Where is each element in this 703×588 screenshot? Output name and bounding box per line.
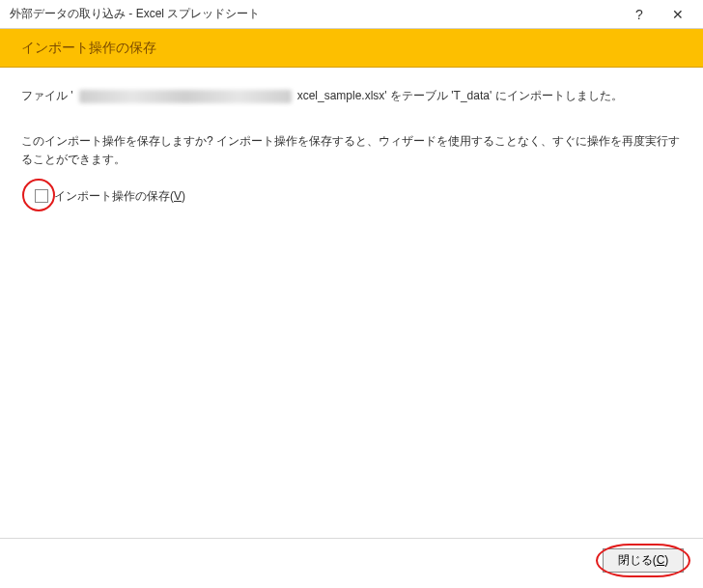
redacted-path (79, 90, 292, 103)
save-import-checkbox-label: インポート操作の保存(V) (54, 187, 185, 206)
window-title: 外部データの取り込み - Excel スプレッドシート (10, 6, 620, 22)
titlebar: 外部データの取り込み - Excel スプレッドシート ? ✕ (0, 0, 703, 29)
close-window-button[interactable]: ✕ (659, 1, 697, 28)
save-import-checkbox-row[interactable]: インポート操作の保存(V) (35, 187, 682, 206)
wizard-title: インポート操作の保存 (21, 40, 156, 57)
checkbox-accelerator: V (174, 189, 182, 203)
checkbox-label-suffix: ) (182, 189, 185, 203)
file-suffix-text: xcel_sample.xlsx' をテーブル 'T_data' にインポートし… (297, 87, 623, 105)
checkbox-label-prefix: インポート操作の保存( (54, 189, 174, 203)
close-label-suffix: ) (664, 553, 668, 567)
close-button[interactable]: 閉じる(C) (603, 548, 684, 573)
file-prefix-text: ファイル ' (21, 87, 73, 105)
help-button[interactable]: ? (620, 1, 659, 28)
wizard-header: インポート操作の保存 (0, 29, 703, 68)
footer: 閉じる(C) (0, 538, 703, 578)
prompt-text: このインポート操作を保存しますか? インポート操作を保存すると、ウィザードを使用… (21, 132, 682, 169)
content-area: ファイル ' xcel_sample.xlsx' をテーブル 'T_data' … (0, 68, 703, 206)
import-result-line: ファイル ' xcel_sample.xlsx' をテーブル 'T_data' … (21, 87, 682, 105)
close-label-prefix: 閉じる( (618, 553, 657, 567)
save-import-checkbox[interactable] (35, 189, 48, 203)
